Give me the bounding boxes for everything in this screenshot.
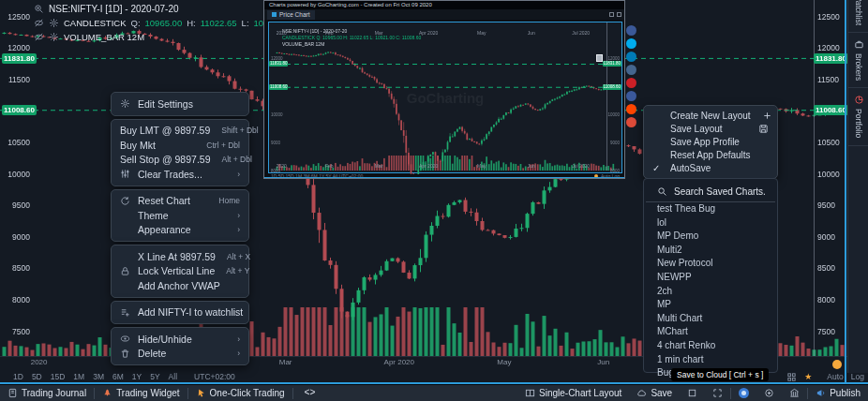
saved-chart-2ch[interactable]: 2ch bbox=[644, 285, 777, 299]
share-button-4[interactable] bbox=[626, 78, 636, 88]
range-5d[interactable]: 5D bbox=[32, 372, 42, 381]
sell-stop-9897-59-menu-item[interactable]: Sell Stop @ 9897.59Alt + Dbl bbox=[112, 153, 248, 168]
chart-preview-popup[interactable]: Charts powered by GoCharting.com - Creat… bbox=[263, 0, 625, 179]
saved-charts-search[interactable]: Search Saved Charts. bbox=[646, 185, 775, 202]
active-chart-right-border bbox=[845, 0, 846, 382]
saved-chart-multi2[interactable]: Multi2 bbox=[644, 244, 777, 258]
save-button[interactable]: Save bbox=[629, 385, 680, 401]
menu-item-label: Delete bbox=[138, 348, 166, 359]
edit-settings-menu-item[interactable]: Edit Settings bbox=[112, 97, 248, 111]
mini-price-tick: 8000 bbox=[610, 169, 620, 173]
search-icon bbox=[657, 186, 667, 197]
symbol-zoom-icon[interactable] bbox=[34, 4, 44, 14]
saved-chart-mchart[interactable]: MChart bbox=[644, 325, 777, 339]
share-button-1[interactable] bbox=[626, 38, 636, 49]
price-tick: 12000 bbox=[6, 43, 30, 52]
menu-item-label: Buy Mkt bbox=[120, 140, 156, 151]
theme-menu-item[interactable]: Theme› bbox=[112, 208, 248, 223]
preview-mini-chart: GoCharting NSE:NIFTY-I [1D] - 2020-07-20… bbox=[268, 22, 622, 173]
range-1d[interactable]: 1D bbox=[13, 372, 23, 381]
add-nifty-i-to-watchlist-menu-item[interactable]: Add NIFTY-I to watchlist bbox=[112, 305, 248, 320]
appearance-menu-item[interactable]: Appearance› bbox=[112, 223, 248, 238]
range-5y[interactable]: 5Y bbox=[150, 372, 159, 381]
range-all[interactable]: All bbox=[169, 372, 177, 381]
single-chart-layout-button[interactable]: Single-Chart Layout bbox=[517, 385, 629, 401]
share-button-5[interactable] bbox=[626, 91, 636, 101]
price-badge: 11831.80 bbox=[814, 53, 848, 64]
buy-mkt-menu-item[interactable]: Buy MktCtrl + Dbl bbox=[112, 138, 248, 153]
sidebar-tab-watchlist[interactable]: Watchlist bbox=[848, 0, 868, 33]
saved-chart-lol[interactable]: lol bbox=[644, 216, 777, 230]
autosave-menu-item[interactable]: ✓AutoSave bbox=[644, 161, 777, 174]
expand-icon-button[interactable] bbox=[705, 385, 730, 401]
delete-menu-item[interactable]: Delete› bbox=[112, 347, 248, 362]
star-icon[interactable]: ★ bbox=[804, 372, 812, 381]
price-tick: 7500 bbox=[6, 327, 30, 336]
menu-item-label: Reset Chart bbox=[138, 195, 190, 206]
lock-vertical-line-menu-item[interactable]: Lock Vertical LineAlt + Y bbox=[112, 264, 248, 279]
mini-price-tick: 9000 bbox=[610, 141, 620, 145]
volume-study-name: VOLUME_BAR 12M bbox=[64, 32, 144, 42]
menu-item-label: Buy LMT @ 9897.59 bbox=[120, 125, 210, 136]
create-new-layout-menu-item[interactable]: Create New Layout bbox=[644, 110, 777, 123]
share-button-2[interactable] bbox=[626, 52, 636, 62]
grid-icon[interactable] bbox=[786, 372, 797, 382]
range-6m[interactable]: 6M bbox=[112, 372, 124, 381]
square-icon-button[interactable] bbox=[680, 385, 705, 401]
study-settings-icon[interactable] bbox=[49, 18, 59, 28]
one-click-trading-button[interactable]: One-Click Trading bbox=[188, 385, 292, 401]
range-3m[interactable]: 3M bbox=[93, 372, 104, 381]
scale-auto[interactable]: Auto bbox=[827, 372, 844, 381]
range-1y[interactable]: 1Y bbox=[132, 372, 142, 381]
preview-accent-line bbox=[264, 177, 624, 178]
watermark: GoCharting bbox=[269, 90, 621, 106]
buy-lmt-9897-59-menu-item[interactable]: Buy LMT @ 9897.59Shift + Dbl bbox=[112, 124, 248, 139]
saved-chart-new-protocol[interactable]: New Protocol bbox=[644, 257, 777, 271]
timezone-label[interactable]: UTC+02:00 bbox=[194, 372, 235, 381]
bank-icon-button[interactable] bbox=[782, 385, 807, 401]
scale-log[interactable]: Log bbox=[851, 372, 864, 381]
saved-chart-multi-chart[interactable]: Multi Chart bbox=[644, 312, 777, 326]
x-line-at-9897-59-menu-item[interactable]: X Line At 9897.59Alt + X bbox=[112, 249, 248, 264]
bottom-toolbar: Trading JournalTrading WidgetOne-Click T… bbox=[0, 384, 868, 401]
hide-volume-icon[interactable] bbox=[34, 32, 44, 42]
saved-chart-mp-demo[interactable]: MP Demo bbox=[644, 230, 777, 244]
menu-item-label: Reset App Defaults bbox=[670, 150, 751, 160]
share-button-7[interactable] bbox=[626, 117, 636, 127]
bank-icon bbox=[789, 388, 800, 398]
share-button-0[interactable] bbox=[626, 25, 636, 36]
price-chart-tab: Price Chart bbox=[267, 10, 315, 20]
camera-icon-button[interactable] bbox=[731, 385, 756, 401]
trading-widget-button[interactable]: Trading Widget bbox=[95, 385, 187, 401]
range-15d[interactable]: 15D bbox=[51, 372, 66, 381]
reset-app-defaults-menu-item[interactable]: Reset App Defaults bbox=[644, 148, 777, 161]
saved-chart-1-min-chart[interactable]: 1 min chart bbox=[644, 353, 777, 367]
clear-trades-menu-item[interactable]: Clear Trades...› bbox=[112, 167, 248, 182]
target-icon-button[interactable] bbox=[756, 385, 782, 401]
add-anchor-vwap-menu-item[interactable]: Add Anchor VWAP bbox=[112, 278, 248, 293]
chart-context-menu: Edit SettingsBuy LMT @ 9897.59Shift + Db… bbox=[111, 92, 249, 368]
bottom-toolbar-left: Trading JournalTrading WidgetOne-Click T… bbox=[0, 385, 323, 401]
saved-chart-mp[interactable]: MP bbox=[644, 298, 777, 312]
scroll-to-latest-dot[interactable] bbox=[832, 360, 842, 369]
-button[interactable]: <> bbox=[293, 385, 323, 401]
publish-button[interactable]: Publish bbox=[808, 385, 868, 401]
hide-study-icon[interactable] bbox=[34, 18, 44, 28]
x-tick: Jun bbox=[597, 358, 609, 366]
hide-unhide-menu-item[interactable]: Hide/Unhide› bbox=[112, 332, 248, 347]
range-1m[interactable]: 1M bbox=[73, 372, 84, 381]
share-button-6[interactable] bbox=[626, 104, 636, 114]
sidebar-tab-portfolio[interactable]: Portfolio bbox=[848, 88, 868, 145]
sidebar-tab-brokers[interactable]: Brokers bbox=[848, 33, 868, 88]
saved-charts-panel: Search Saved Charts. test Thea BuglolMP … bbox=[643, 178, 778, 373]
save-app-profile-menu-item[interactable]: Save App Profile bbox=[644, 136, 777, 149]
share-button-3[interactable] bbox=[626, 65, 636, 75]
saved-chart-4-chart-renko[interactable]: 4 chart Renko bbox=[644, 339, 777, 353]
volume-settings-icon[interactable] bbox=[49, 32, 59, 42]
saved-chart-test-thea-bug[interactable]: test Thea Bug bbox=[644, 202, 777, 216]
reset-chart-menu-item[interactable]: Reset ChartHome bbox=[112, 194, 248, 209]
saved-chart-newpp[interactable]: NEWPP bbox=[644, 271, 777, 285]
button-label: Save bbox=[651, 388, 672, 398]
trading-journal-button[interactable]: Trading Journal bbox=[0, 385, 94, 401]
save-layout-menu-item[interactable]: Save Layout bbox=[644, 123, 777, 136]
